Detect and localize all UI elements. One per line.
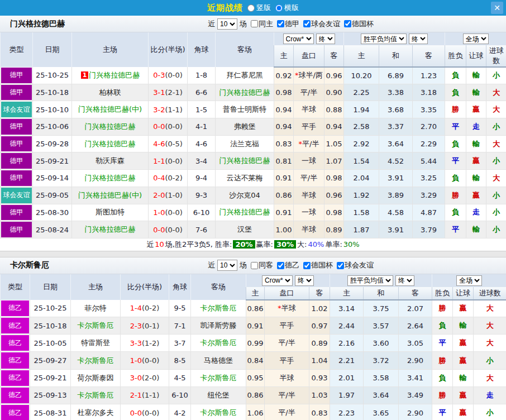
league-checkbox-1[interactable]: 球会友谊: [299, 19, 340, 29]
layout-radio-horizontal-input[interactable]: [275, 4, 283, 12]
odds-time-select[interactable]: 终: [316, 34, 335, 44]
league-type-badge: 德乙: [1, 335, 29, 351]
avg-away-cell: 3.29: [413, 187, 445, 204]
match-type-cell: 德乙: [1, 369, 30, 386]
league-checkbox-input-1[interactable]: [303, 262, 311, 269]
match-count-select[interactable]: 10: [217, 260, 237, 271]
sub-header-3: 主: [330, 287, 364, 300]
sub-header-8: 进球数: [486, 45, 506, 67]
home-team-name: 门兴格拉德巴赫(中): [78, 105, 142, 113]
match-date-cell: 25-09-27: [30, 352, 71, 369]
win-draw-loss-cell: 負: [445, 84, 466, 101]
win-draw-loss-cell: 勝: [432, 300, 453, 317]
same-venue-checkbox-input[interactable]: [251, 20, 258, 27]
close-button[interactable]: ✕: [491, 2, 503, 14]
league-checkbox-0[interactable]: 德甲: [273, 19, 299, 29]
goals-result-cell: 小: [486, 67, 506, 84]
summary-part-0: 近: [146, 240, 154, 250]
league-checkbox-input-0[interactable]: [277, 20, 284, 27]
avg-draw-cell: 3.91: [379, 221, 413, 238]
full-match-select[interactable]: 全场: [456, 275, 482, 286]
league-checkbox-0[interactable]: 德乙: [273, 260, 299, 270]
odds-source-select[interactable]: Crow*: [262, 275, 293, 286]
sub-header-4: 和: [379, 45, 413, 67]
same-venue-checkbox[interactable]: 同客: [247, 260, 273, 270]
handicap-cell: 半球: [294, 221, 324, 238]
home-team-name: 斯图加特: [96, 208, 125, 216]
match-date-cell: 25-09-05: [33, 187, 72, 204]
score-halftime: (1-2): [142, 339, 159, 347]
table-row: 德乙25-09-27卡尔斯鲁厄1-0(0-0)8-5马格德堡0.84平手1.04…: [1, 352, 506, 369]
score-halftime: (2-1): [165, 88, 182, 97]
league-type-badge: 德甲: [1, 205, 32, 221]
same-venue-checkbox[interactable]: 同主: [247, 19, 273, 29]
match-type-cell: 德甲: [1, 135, 33, 152]
sub-header-2: 客: [324, 45, 344, 67]
league-type-badge: 德甲: [1, 153, 32, 169]
handicap-cell: 平/半: [265, 386, 309, 404]
home-team-cell: 门兴格拉德巴赫(中): [72, 187, 149, 204]
avg-time-select[interactable]: 终: [395, 275, 414, 286]
full-match-select[interactable]: 全场: [463, 34, 489, 44]
score-cell: 3-2(1-1): [149, 101, 188, 118]
sub-header-2: 客: [309, 287, 330, 300]
league-type-badge: 德甲: [1, 119, 32, 135]
score-halftime: (0-0): [165, 226, 182, 234]
home-odds-cell: 0.86: [246, 386, 265, 404]
score-cell: 0-0(0-0): [149, 118, 188, 136]
layout-radio-vertical[interactable]: 竖版: [243, 3, 271, 13]
avg-away-cell: 2.07: [399, 300, 432, 317]
avg-time-select[interactable]: 终: [409, 34, 428, 44]
score-cell: 2-1(1-1): [121, 386, 169, 404]
league-checkbox-input-2[interactable]: [337, 262, 344, 269]
match-type-cell: 德甲: [1, 204, 33, 221]
score-halftime: (0-5): [165, 140, 182, 148]
avg-away-cell: 2.29: [413, 135, 445, 152]
away-team-cell: 马格德堡: [191, 352, 246, 369]
away-odds-cell: 0.88: [324, 101, 344, 118]
avg-away-cell: 4.87: [413, 204, 445, 221]
avg-select[interactable]: 胜平负均值: [361, 34, 407, 44]
odds-time-select[interactable]: 终: [295, 275, 314, 286]
handicap-cell: 平手: [265, 352, 309, 369]
header-group-full: 全场: [445, 32, 506, 45]
league-checkbox-input-2[interactable]: [344, 20, 351, 27]
avg-draw-cell: 3.38: [379, 84, 413, 101]
score-cell: 1-0(0-0): [121, 352, 169, 369]
league-checkbox-input-0[interactable]: [277, 262, 284, 269]
league-checkbox-input-1[interactable]: [303, 20, 311, 27]
score-fulltime: 0-0: [153, 122, 165, 131]
same-venue-checkbox-input[interactable]: [251, 262, 258, 269]
avg-draw-cell: 4.52: [379, 152, 413, 170]
goals-result-cell: 大: [474, 317, 506, 335]
league-checkbox-1[interactable]: 德国杯: [299, 260, 333, 270]
handicap-result-cell: 走: [466, 118, 486, 136]
avg-away-cell: 3.18: [413, 84, 445, 101]
avg-away-cell: 1.23: [413, 67, 445, 84]
match-date-cell: 25-09-14: [33, 170, 72, 187]
handicap-result-cell: 贏: [466, 187, 486, 204]
sub-header-6: 胜负: [432, 287, 453, 300]
avg-away-cell: 3.05: [399, 335, 432, 352]
score-cell: 2-3(0-1): [121, 317, 169, 335]
odds-source-select[interactable]: Crow*: [283, 34, 314, 44]
match-count-select[interactable]: 10: [217, 18, 237, 30]
avg-draw-cell: 3.37: [379, 118, 413, 136]
league-checkbox-2[interactable]: 德国杯: [340, 19, 374, 29]
away-team-name: 凯泽斯劳滕: [201, 321, 237, 330]
avg-select[interactable]: 胜平负均值: [347, 275, 393, 286]
layout-radio-vertical-input[interactable]: [247, 4, 255, 12]
avg-draw-cell: 3.75: [364, 300, 399, 317]
avg-draw-cell: 4.58: [379, 204, 413, 221]
away-team-name: 门兴格拉德巴赫: [219, 156, 270, 165]
win-draw-loss-cell: 負: [445, 204, 466, 221]
win-draw-loss-cell: 負: [445, 135, 466, 152]
same-venue-label: 同主: [259, 19, 273, 29]
league-checkbox-2[interactable]: 球会友谊: [333, 260, 374, 270]
score-halftime: (2-0): [142, 374, 159, 382]
avg-away-cell: 3.41: [399, 369, 432, 386]
section-header: 卡尔斯鲁厄近10场同客德乙德国杯球会友谊: [0, 257, 506, 274]
handicap-cell: 平手: [265, 317, 309, 335]
avg-home-cell: 2.25: [344, 84, 379, 101]
layout-radio-horizontal[interactable]: 横版: [271, 3, 299, 13]
